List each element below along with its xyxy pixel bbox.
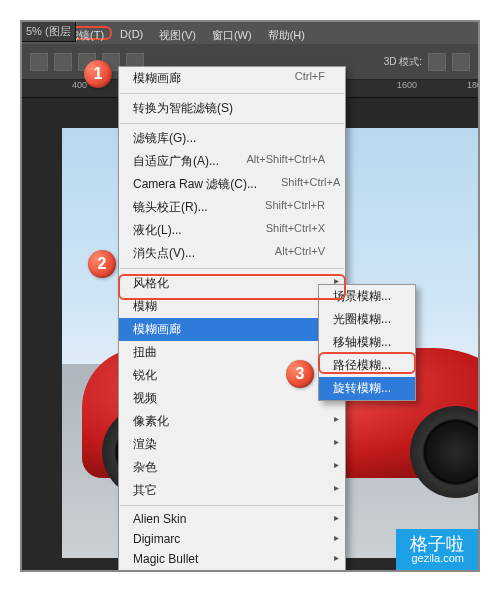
menu-window[interactable]: 窗口(W) (204, 26, 260, 40)
submenu-item-field-blur[interactable]: 场景模糊... (319, 285, 415, 308)
menu-help[interactable]: 帮助(H) (260, 26, 313, 40)
submenu-item-path-blur[interactable]: 路径模糊... (319, 354, 415, 377)
annotation-badge-2: 2 (88, 250, 116, 278)
menu-item-lens-correction[interactable]: 镜头校正(R)...Shift+Ctrl+R (119, 196, 345, 219)
menu-item-blur[interactable]: 模糊 (119, 295, 345, 318)
menu-item-other[interactable]: 其它 (119, 479, 345, 502)
menu-item-stylize[interactable]: 风格化 (119, 272, 345, 295)
watermark-brand: 格子啦 (410, 534, 464, 554)
menubar: 选择 滤镜(T) D(D) 视图(V) 窗口(W) 帮助(H) (22, 22, 478, 44)
ruler-mark: 1600 (397, 80, 417, 97)
watermark: 格子啦 gezila.com (396, 529, 478, 570)
menu-item-render[interactable]: 渲染 (119, 433, 345, 456)
tool-icon[interactable] (30, 53, 48, 71)
menu-item-distort[interactable]: 扭曲 (119, 341, 345, 364)
ruler-mark: 400 (72, 80, 87, 97)
tool-icon[interactable] (54, 53, 72, 71)
annotation-badge-3: 3 (286, 360, 314, 388)
menu-item-vanishing-point[interactable]: 消失点(V)...Alt+Ctrl+V (119, 242, 345, 265)
menu-item-alien-skin[interactable]: Alien Skin (119, 509, 345, 529)
menu-d[interactable]: D(D) (112, 26, 151, 40)
menu-item-blur-gallery[interactable]: 模糊画廊 (119, 318, 345, 341)
mode-label: 3D 模式: (384, 55, 422, 69)
submenu-item-spin-blur[interactable]: 旋转模糊... (319, 377, 415, 400)
menu-item-filter-gallery[interactable]: 滤镜库(G)... (119, 127, 345, 150)
mode-icon[interactable] (452, 53, 470, 71)
submenu-item-tilt-shift[interactable]: 移轴模糊... (319, 331, 415, 354)
menu-item-pixelate[interactable]: 像素化 (119, 410, 345, 433)
menu-separator (120, 123, 344, 124)
menu-item-digimarc[interactable]: Digimarc (119, 529, 345, 549)
menu-item-magic-bullet[interactable]: Magic Bullet (119, 549, 345, 569)
annotation-badge-1: 1 (84, 60, 112, 88)
menu-item-liquify[interactable]: 液化(L)...Shift+Ctrl+X (119, 219, 345, 242)
blur-gallery-submenu: 场景模糊... 光圈模糊... 移轴模糊... 路径模糊... 旋转模糊... (318, 284, 416, 401)
watermark-url: gezila.com (410, 553, 464, 564)
menu-view[interactable]: 视图(V) (151, 26, 204, 40)
submenu-item-iris-blur[interactable]: 光圈模糊... (319, 308, 415, 331)
menu-separator (120, 268, 344, 269)
zoom-label: 5% (图层 (22, 22, 76, 42)
menu-item-noise[interactable]: 杂色 (119, 456, 345, 479)
menu-item-smart-filter[interactable]: 转换为智能滤镜(S) (119, 97, 345, 120)
ruler-mark: 1800 (467, 80, 480, 97)
menu-item-video[interactable]: 视频 (119, 387, 345, 410)
menu-item-adaptive-wide[interactable]: 自适应广角(A)...Alt+Shift+Ctrl+A (119, 150, 345, 173)
menu-item-camera-raw[interactable]: Camera Raw 滤镜(C)...Shift+Ctrl+A (119, 173, 345, 196)
menu-separator (120, 505, 344, 506)
mode-icon[interactable] (428, 53, 446, 71)
menu-item-red-giant[interactable]: Red Giant Software (119, 569, 345, 572)
menu-separator (120, 93, 344, 94)
menu-item-last-filter[interactable]: 模糊画廊Ctrl+F (119, 67, 345, 90)
filter-menu: 模糊画廊Ctrl+F 转换为智能滤镜(S) 滤镜库(G)... 自适应广角(A)… (118, 66, 346, 572)
